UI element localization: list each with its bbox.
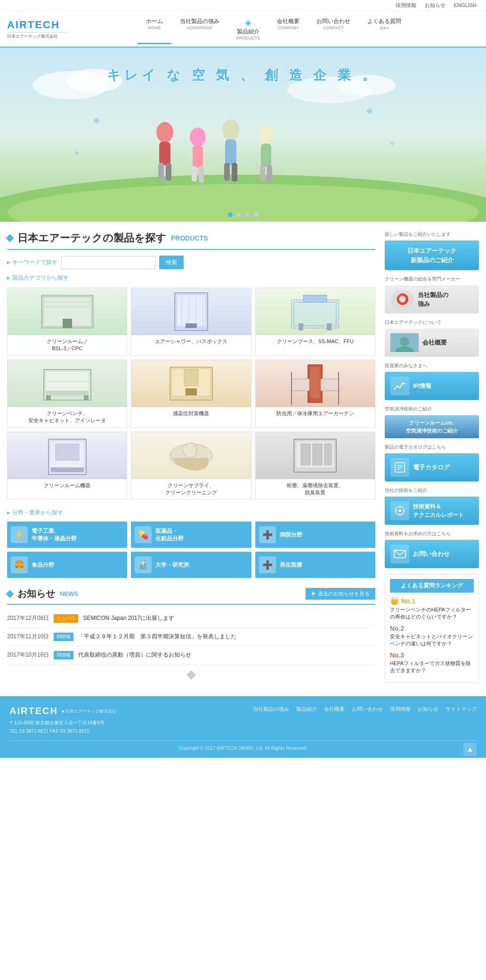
svg-rect-34 bbox=[186, 323, 197, 328]
nav-company[interactable]: 会社概要 COMPANY bbox=[268, 14, 308, 44]
industry-card-food[interactable]: 🍔 食品分野 bbox=[7, 552, 127, 578]
faq-item-2[interactable]: No.2 安全キャビネットとバイオクリーンベンチの違いは何ですか？ bbox=[390, 625, 474, 648]
nav-faq[interactable]: よくある質問 Q&A bbox=[359, 14, 410, 44]
catalog-icon bbox=[390, 458, 409, 477]
food-icon: 🍔 bbox=[11, 556, 28, 573]
sidebar-advantage-label: クリーン機器の総合＆専門メーカー bbox=[385, 276, 479, 282]
scroll-top-button[interactable]: ▲ bbox=[463, 743, 477, 756]
product-card-air[interactable]: 防虫用／保冷庫用エアーカーテン bbox=[255, 360, 375, 428]
regenerative-text: 再生医療 bbox=[280, 561, 302, 569]
sidebar-company-btn[interactable]: 会社概要 bbox=[385, 329, 479, 357]
nav-products[interactable]: ◈ 製品紹介 PRODUCTS bbox=[228, 14, 269, 44]
hero-dot-2[interactable] bbox=[236, 212, 241, 217]
svg-rect-48 bbox=[84, 395, 89, 400]
product-card-bench[interactable]: クリーンベンチ、安全キャビネット、アイソレータ bbox=[7, 360, 127, 428]
svg-rect-43 bbox=[327, 323, 332, 330]
faq-item-3[interactable]: No.3 HEPAフィルターでガス状物質を除去できますか？ bbox=[390, 651, 474, 675]
hero-dot-1[interactable] bbox=[228, 212, 233, 217]
search-button[interactable]: 検索 bbox=[159, 256, 184, 269]
news-text-3[interactable]: 代表取締役の異動（増員）に関するお知らせ bbox=[78, 651, 191, 659]
industry-card-regenerative[interactable]: ➕ 再生医療 bbox=[255, 552, 375, 578]
footer-logo-area: AIRTECH ■ 日本エアーテック株式会社 〒110-8686 東京都台東区入… bbox=[9, 706, 116, 736]
news-text-2[interactable]: 「平成２９年１２月期 第３四半期決算短信」を発表しました bbox=[78, 633, 236, 641]
footer-nav-contact[interactable]: お問い合わせ bbox=[352, 706, 383, 713]
nav-contact[interactable]: お問い合わせ CONTACT bbox=[308, 14, 359, 44]
section-diamond bbox=[6, 234, 14, 242]
top-bar: 採用情報 お知らせ ENGLISH bbox=[0, 0, 486, 11]
news-text-1[interactable]: SEMICON Japan 2017に出展します bbox=[83, 614, 174, 622]
sidebar-contact-label: 技術資料をお求めの方はこちら bbox=[385, 530, 479, 537]
news-title-group: お知らせ NEWS bbox=[7, 587, 78, 600]
sidebar-advantage-btn[interactable]: ⭕ 当社製品の強み bbox=[385, 285, 479, 313]
sidebar-cleanroom-tech: 空気清浄技術のご紹介 クリーンルームetc.空気清浄技術のご紹介 bbox=[385, 406, 479, 438]
sidebar-contact-btn[interactable]: お問い合わせ bbox=[385, 540, 479, 568]
hero-dot-4[interactable] bbox=[253, 212, 258, 217]
left-content: 日本エアーテックの製品を探す PRODUCTS キーワードで探す 検索 製品カテ… bbox=[7, 231, 375, 687]
svg-rect-55 bbox=[310, 367, 320, 398]
industry-card-electronics[interactable]: ⚡ 電子工業、半導体・液晶分野 bbox=[7, 522, 127, 548]
faq-section: よくある質問ランキング 👑 No.1 クリーンベンチのHEPAフィルターの寿命は… bbox=[385, 574, 479, 683]
industry-label: 分野・業界から探す bbox=[7, 509, 375, 517]
product-card-supply[interactable]: クリーンサプライ、クリーンクリーニング bbox=[131, 432, 251, 500]
svg-rect-18 bbox=[232, 163, 237, 182]
sidebar-tech-report: 当社の技術をご紹介 技術資料＆テクニカルレポート bbox=[385, 487, 479, 525]
product-card-machine[interactable]: クリーンルーム機器 bbox=[7, 432, 127, 500]
topbar-link-english[interactable]: ENGLISH bbox=[454, 2, 477, 8]
footer-nav-products[interactable]: 製品紹介 bbox=[296, 706, 317, 713]
svg-point-19 bbox=[258, 125, 274, 145]
products-section-title: 日本エアーテックの製品を探す PRODUCTS bbox=[7, 231, 375, 250]
sidebar-advantage: クリーン機器の総合＆専門メーカー ⭕ 当社製品の強み bbox=[385, 276, 479, 313]
svg-rect-57 bbox=[321, 379, 339, 391]
product-card-infection[interactable]: 感染症対策機器 bbox=[131, 360, 251, 428]
product-label-infection: 感染症対策機器 bbox=[131, 407, 251, 420]
product-card-booth[interactable]: クリーンブース、SS-MAC、FFU bbox=[255, 288, 375, 356]
industry-grid: ⚡ 電子工業、半導体・液晶分野 💊 医薬品・化粧品分野 ➕ 病院分野 🍔 食品分… bbox=[7, 522, 375, 578]
svg-rect-33 bbox=[177, 295, 205, 326]
sidebar-cleanroom-tech-btn[interactable]: クリーンルームetc.空気清浄技術のご紹介 bbox=[385, 415, 479, 438]
hero-dot-3[interactable] bbox=[245, 212, 250, 217]
sidebar-tech-report-btn[interactable]: 技術資料＆テクニカルレポート bbox=[385, 497, 479, 525]
svg-rect-10 bbox=[166, 163, 171, 181]
industry-card-hospital[interactable]: ➕ 病院分野 bbox=[255, 522, 375, 548]
main-nav: ホーム HOME 当社製品の強み ADVANTAGE ◈ 製品紹介 PRODUC… bbox=[68, 14, 479, 44]
news-more-button[interactable]: ▶ 過去のお知らせを見る bbox=[306, 588, 375, 600]
product-label-shower: エアーシャワー、パスボックス bbox=[131, 335, 251, 348]
logo[interactable]: AIRTECH 日本エアーテック株式会社 bbox=[7, 19, 68, 40]
footer: AIRTECH ■ 日本エアーテック株式会社 〒110-8686 東京都台東区入… bbox=[0, 696, 486, 758]
footer-nav-news[interactable]: お知らせ bbox=[418, 706, 438, 713]
product-label-bench: クリーンベンチ、安全キャビネット、アイソレータ bbox=[8, 407, 127, 427]
faq-question-1: クリーンベンチのHEPAフィルターの寿命はどのぐらいですか？ bbox=[390, 606, 474, 621]
topbar-link-careers[interactable]: 採用情報 bbox=[396, 2, 416, 8]
product-card-dust[interactable]: 粉塵、薬塵境除去装置、脱臭装置 bbox=[255, 432, 375, 500]
nav-home[interactable]: ホーム HOME bbox=[138, 14, 171, 44]
sidebar-cleanroom-tech-label: 空気清浄技術のご紹介 bbox=[385, 406, 479, 412]
sidebar-ir-btn[interactable]: IR情報 bbox=[385, 372, 479, 400]
news-item-2: 2017年11月10日 IR情報 「平成２９年１２月期 第３四半期決算短信」を発… bbox=[7, 628, 375, 646]
product-card-shower[interactable]: エアーシャワー、パスボックス bbox=[131, 288, 251, 356]
product-label-cleanroom: クリーンルーム／BSL-3／CPC bbox=[8, 335, 127, 355]
footer-nav-advantage[interactable]: 当社製品の強み bbox=[253, 706, 289, 713]
nav-advantage[interactable]: 当社製品の強み ADVANTAGE bbox=[171, 14, 228, 44]
faq-rank-2: No.2 bbox=[390, 625, 474, 632]
sidebar-catalog-btn[interactable]: 電子カタログ bbox=[385, 453, 479, 482]
footer-copyright: Copyright © 2017 AIRTECH JAPAN, Ltd. All… bbox=[178, 746, 307, 753]
product-card-cleanroom[interactable]: クリーンルーム／BSL-3／CPC bbox=[7, 288, 127, 356]
topbar-link-news[interactable]: お知らせ bbox=[425, 2, 446, 8]
faq-item-1[interactable]: 👑 No.1 クリーンベンチのHEPAフィルターの寿命はどのぐらいですか？ bbox=[390, 596, 474, 621]
category-label: 製品カテゴリから探す bbox=[7, 274, 375, 282]
sidebar-new-products-btn[interactable]: 日本エアーテック新製品のご紹介 bbox=[385, 241, 479, 270]
industry-card-pharma[interactable]: 💊 医薬品・化粧品分野 bbox=[131, 522, 251, 548]
footer-nav-careers[interactable]: 採用情報 bbox=[390, 706, 411, 713]
right-sidebar: 新しい製品をご紹介いたします 日本エアーテック新製品のご紹介 クリーン機器の総合… bbox=[385, 231, 479, 687]
footer-nav-sitemap[interactable]: サイトマップ bbox=[446, 706, 477, 713]
search-input[interactable] bbox=[61, 256, 155, 269]
svg-point-74 bbox=[400, 337, 409, 346]
footer-nav-company[interactable]: 会社概要 bbox=[324, 706, 345, 713]
news-badge-1: ニュース bbox=[54, 614, 78, 623]
news-diamond bbox=[6, 590, 14, 598]
sidebar-catalog-label: 製品の電子カタログはこちら bbox=[385, 444, 479, 450]
svg-rect-70 bbox=[301, 444, 310, 465]
svg-point-81 bbox=[398, 509, 401, 512]
svg-point-15 bbox=[222, 120, 239, 140]
industry-card-university[interactable]: 🔬 大学・研究所 bbox=[131, 552, 251, 578]
